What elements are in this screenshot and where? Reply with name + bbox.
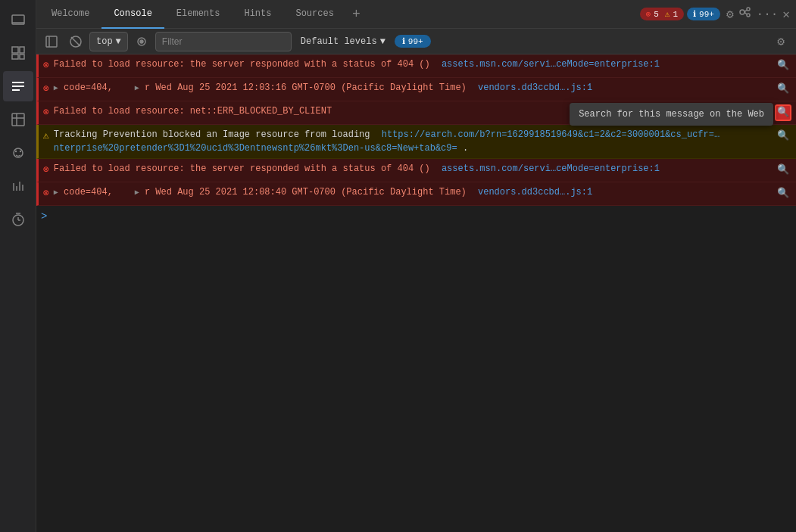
log-message-5: Failed to load resource: the server resp… — [54, 162, 770, 176]
log-entry-error-1: ⊗ Failed to load resource: the server re… — [36, 54, 796, 78]
clear-console-button[interactable] — [65, 31, 86, 52]
error-count: 5 — [654, 10, 659, 19]
console-info-badge: ℹ 99+ — [395, 35, 431, 48]
log-entry-error-detail-2: ⊗ ▶ code=404, ▶ r Wed Aug 25 2021 12:08:… — [36, 182, 796, 206]
context-selector[interactable]: top ▼ — [89, 32, 128, 51]
log-actions-2: 🔍 — [775, 81, 791, 98]
console-output: ⊗ Failed to load resource: the server re… — [36, 54, 796, 532]
log-link-1[interactable]: assets.msn.com/servi…ceMode=enterprise:1 — [442, 59, 660, 70]
context-label: top — [96, 36, 113, 47]
log-link-2[interactable]: vendors.dd3ccbd….js:1 — [478, 82, 592, 93]
log-message-2: ▶ code=404, ▶ r Wed Aug 25 2021 12:03:16… — [54, 81, 770, 95]
info-count-badge: ℹ 99+ — [687, 8, 720, 20]
prompt-symbol: > — [41, 209, 47, 225]
preserve-log-button[interactable] — [131, 31, 152, 52]
sidebar-icon-performance[interactable] — [3, 171, 33, 201]
sidebar-icon-elements[interactable] — [3, 71, 33, 101]
devtools-panel: Welcome Console Elements Hints Sources +… — [36, 0, 796, 532]
svg-rect-3 — [12, 54, 18, 59]
error-icon-1: ⊗ — [43, 58, 49, 73]
badge-count: 99+ — [408, 37, 423, 46]
log-entry-error-detail-1: ⊗ ▶ code=404, ▶ r Wed Aug 25 2021 12:03:… — [36, 78, 796, 101]
userflow-icon[interactable] — [738, 5, 752, 23]
svg-line-24 — [744, 12, 747, 14]
log-message-1: Failed to load resource: the server resp… — [54, 58, 770, 71]
warning-icon: ⚠ — [665, 9, 670, 19]
sidebar-icon-network[interactable] — [3, 104, 33, 135]
tab-bar: Welcome Console Elements Hints Sources +… — [36, 0, 796, 29]
error-icon-6: ⊗ — [43, 186, 49, 201]
svg-point-20 — [740, 10, 744, 14]
sidebar-toggle-button[interactable] — [41, 31, 62, 52]
badge-icon: ℹ — [402, 36, 405, 46]
expand-arrow-2[interactable]: ▶ — [135, 84, 139, 92]
warning-count: 1 — [673, 10, 678, 19]
levels-label: Default levels — [301, 36, 377, 47]
log-actions-3: 🔍 — [775, 104, 791, 121]
log-link-6[interactable]: vendors.dd3ccbd….js:1 — [478, 187, 592, 198]
console-settings-button[interactable]: ⚙ — [770, 31, 791, 52]
log-actions-5: 🔍 — [775, 162, 791, 179]
svg-point-10 — [14, 151, 16, 152]
svg-rect-25 — [46, 36, 57, 47]
error-icon-3: ⊗ — [43, 105, 49, 120]
info-icon: ℹ — [693, 9, 696, 19]
tab-hints[interactable]: Hints — [232, 0, 283, 29]
log-actions-6: 🔍 — [775, 185, 791, 202]
close-devtools-icon[interactable]: ✕ — [782, 7, 790, 22]
log-link-warning[interactable]: https://earch.com/b?rn=1629918519649&c1=… — [54, 129, 720, 154]
tab-add-button[interactable]: + — [346, 7, 367, 22]
sidebar — [0, 0, 36, 532]
svg-rect-4 — [20, 47, 24, 53]
log-message-3: Failed to load resource: net::ERR_BLOCKE… — [54, 104, 770, 118]
info-count: 99+ — [699, 10, 714, 19]
log-link-3[interactable]: b:1 — [754, 104, 770, 118]
levels-arrow-icon: ▼ — [380, 36, 386, 47]
expand-arrow-4[interactable]: ▶ — [135, 188, 139, 197]
settings-icon[interactable]: ⚙ — [726, 7, 734, 22]
sidebar-icon-device[interactable] — [3, 5, 33, 35]
tab-console[interactable]: Console — [101, 0, 164, 29]
search-web-button-warning[interactable]: 🔍 — [775, 128, 791, 145]
sidebar-icon-inspect[interactable] — [3, 38, 33, 68]
search-web-button-3[interactable]: 🔍 — [775, 104, 791, 121]
log-message-4: Tracking Prevention blocked an Image res… — [54, 128, 770, 155]
log-entry-error-3: ⊗ Failed to load resource: net::ERR_BLOC… — [36, 101, 796, 125]
log-actions-1: 🔍 — [775, 58, 791, 74]
expand-arrow-3[interactable]: ▶ — [54, 188, 58, 197]
filter-input[interactable] — [155, 32, 292, 51]
dropdown-arrow-icon: ▼ — [116, 36, 121, 47]
search-web-button-5[interactable]: 🔍 — [775, 162, 791, 179]
tab-elements[interactable]: Elements — [164, 0, 233, 29]
levels-dropdown[interactable]: Default levels ▼ — [295, 32, 392, 51]
warning-icon-1: ⚠ — [43, 129, 49, 144]
sidebar-icon-debug[interactable] — [3, 138, 33, 168]
log-entry-error-5: ⊗ Failed to load resource: the server re… — [36, 159, 796, 182]
more-options-icon[interactable]: ··· — [757, 8, 779, 21]
search-web-button-2[interactable]: 🔍 — [775, 81, 791, 98]
log-actions-warning: 🔍 — [775, 128, 791, 145]
log-link-5[interactable]: assets.msn.com/servi…ceMode=enterprise:1 — [442, 163, 660, 174]
search-web-button-1[interactable]: 🔍 — [775, 58, 791, 74]
tab-welcome[interactable]: Welcome — [39, 0, 101, 29]
svg-point-21 — [747, 8, 750, 11]
svg-rect-6 — [12, 114, 24, 126]
sidebar-icon-timer[interactable] — [3, 204, 33, 235]
search-web-button-6[interactable]: 🔍 — [775, 185, 791, 202]
error-icon-5: ⊗ — [43, 163, 49, 178]
svg-point-30 — [140, 40, 143, 43]
tab-sources[interactable]: Sources — [283, 0, 345, 29]
svg-point-11 — [19, 151, 20, 152]
error-count-badge: ⊗ 5 ⚠ 1 — [640, 8, 684, 20]
svg-rect-2 — [12, 47, 18, 53]
console-prompt[interactable]: > — [36, 206, 796, 228]
svg-rect-5 — [20, 54, 24, 59]
expand-arrow-1[interactable]: ▶ — [54, 84, 58, 92]
svg-line-28 — [71, 37, 80, 46]
error-icon: ⊗ — [646, 9, 651, 19]
error-icon-2: ⊗ — [43, 82, 49, 97]
log-entry-warning-1: ⚠ Tracking Prevention blocked an Image r… — [36, 125, 796, 159]
svg-point-22 — [747, 14, 750, 17]
console-toolbar: top ▼ Default levels ▼ ℹ 99+ ⚙ — [36, 29, 796, 54]
log-message-6: ▶ code=404, ▶ r Wed Aug 25 2021 12:08:40… — [54, 185, 770, 199]
